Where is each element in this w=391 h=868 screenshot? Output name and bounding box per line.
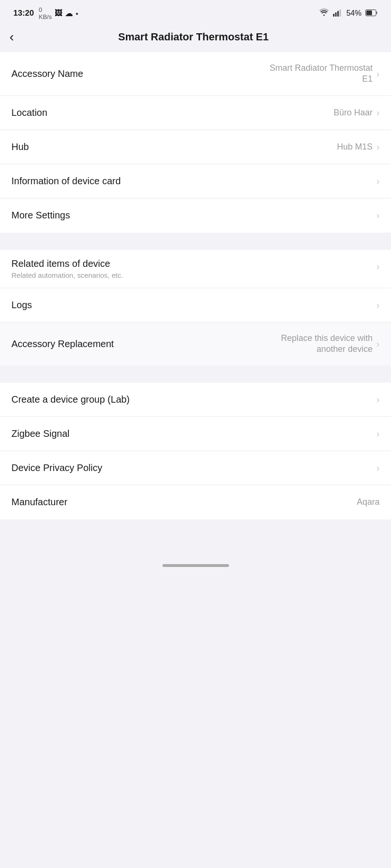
related-items-text: Related items of device Related automati… xyxy=(11,258,123,279)
battery-percentage: 54% xyxy=(346,9,362,18)
hub-item[interactable]: Hub Hub M1S › xyxy=(0,130,391,164)
hub-right: Hub M1S › xyxy=(337,142,380,152)
svg-rect-0 xyxy=(333,14,334,17)
page-title: Smart Radiator Thermostat E1 xyxy=(19,31,381,43)
nav-header: ‹ Smart Radiator Thermostat E1 xyxy=(0,25,391,52)
privacy-policy-right: › xyxy=(376,462,380,473)
bottom-spacer xyxy=(0,528,391,557)
chevron-icon: › xyxy=(376,339,380,349)
spacer-2 xyxy=(0,374,391,383)
svg-rect-1 xyxy=(335,12,336,17)
zigbee-signal-right: › xyxy=(376,428,380,439)
accessory-name-right: Smart Radiator Thermostat E1 › xyxy=(258,63,380,85)
related-items-label: Related items of device xyxy=(11,258,123,269)
zigbee-signal-label: Zigbee Signal xyxy=(11,428,376,439)
zigbee-signal-item[interactable]: Zigbee Signal › xyxy=(0,417,391,451)
create-group-label: Create a device group (Lab) xyxy=(11,394,376,405)
status-time: 13:20 0KB/s 🖼 ☁ ● xyxy=(13,6,78,20)
create-group-item[interactable]: Create a device group (Lab) › xyxy=(0,383,391,417)
back-button[interactable]: ‹ xyxy=(10,29,19,45)
section-additional: Create a device group (Lab) › Zigbee Sig… xyxy=(0,383,391,519)
logs-item[interactable]: Logs › xyxy=(0,288,391,322)
svg-rect-5 xyxy=(366,10,372,15)
accessory-name-label: Accessory Name xyxy=(11,68,258,79)
manufacturer-value: Aqara xyxy=(357,497,380,507)
home-indicator-area xyxy=(0,557,391,576)
logs-label: Logs xyxy=(11,300,376,311)
logs-right: › xyxy=(376,300,380,311)
accessory-replacement-label: Accessory Replacement xyxy=(11,339,258,349)
chevron-icon: › xyxy=(376,68,380,79)
cloud-icon: ☁ xyxy=(65,9,73,18)
chevron-icon: › xyxy=(376,462,380,473)
home-bar xyxy=(162,564,229,567)
hub-value: Hub M1S xyxy=(337,142,372,152)
dot-icon: ● xyxy=(76,11,78,16)
accessory-replacement-item[interactable]: Accessory Replacement Replace this devic… xyxy=(0,322,391,366)
location-value: Büro Haar xyxy=(334,107,372,118)
manufacturer-right: Aqara xyxy=(357,497,380,507)
location-label: Location xyxy=(11,107,334,118)
chevron-icon: › xyxy=(376,300,380,311)
hub-label: Hub xyxy=(11,142,337,152)
device-card-info-item[interactable]: Information of device card › xyxy=(0,164,391,198)
more-settings-right: › xyxy=(376,210,380,221)
chevron-icon: › xyxy=(376,261,380,272)
more-settings-item[interactable]: More Settings › xyxy=(0,198,391,233)
accessory-name-item[interactable]: Accessory Name Smart Radiator Thermostat… xyxy=(0,52,391,96)
device-card-right: › xyxy=(376,176,380,187)
status-kb: 0KB/s xyxy=(38,6,51,20)
privacy-policy-label: Device Privacy Policy xyxy=(11,462,376,473)
svg-rect-2 xyxy=(337,11,339,17)
chevron-icon: › xyxy=(376,394,380,405)
status-indicators: 54% xyxy=(319,9,378,18)
privacy-policy-item[interactable]: Device Privacy Policy › xyxy=(0,451,391,485)
chevron-icon: › xyxy=(376,428,380,439)
wifi-icon xyxy=(319,9,329,18)
svg-rect-3 xyxy=(339,9,341,17)
battery-icon xyxy=(365,9,378,18)
manufacturer-label: Manufacturer xyxy=(11,497,357,508)
accessory-name-value: Smart Radiator Thermostat E1 xyxy=(258,63,372,85)
related-items-item[interactable]: Related items of device Related automati… xyxy=(0,250,391,288)
section-basic-info: Accessory Name Smart Radiator Thermostat… xyxy=(0,52,391,233)
image-icon: 🖼 xyxy=(55,9,62,18)
spacer-1 xyxy=(0,241,391,250)
signal-icon xyxy=(333,9,343,18)
manufacturer-item: Manufacturer Aqara xyxy=(0,485,391,519)
related-items-sublabel: Related automation, scenarios, etc. xyxy=(11,271,123,279)
device-card-label: Information of device card xyxy=(11,176,376,187)
more-settings-label: More Settings xyxy=(11,210,376,221)
status-bar: 13:20 0KB/s 🖼 ☁ ● 54% xyxy=(0,0,391,25)
create-group-right: › xyxy=(376,394,380,405)
chevron-icon: › xyxy=(376,142,380,152)
accessory-replacement-value: Replace this device with another device xyxy=(258,333,372,355)
location-right: Büro Haar › xyxy=(334,107,380,118)
related-items-right: › xyxy=(376,261,380,272)
section-related: Related items of device Related automati… xyxy=(0,250,391,366)
chevron-icon: › xyxy=(376,107,380,118)
chevron-icon: › xyxy=(376,210,380,221)
chevron-icon: › xyxy=(376,176,380,187)
location-item[interactable]: Location Büro Haar › xyxy=(0,96,391,130)
accessory-replacement-right: Replace this device with another device … xyxy=(258,333,380,355)
